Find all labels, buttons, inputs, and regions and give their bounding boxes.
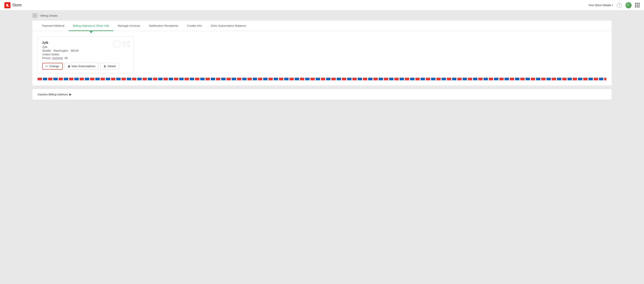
trash-icon: 🗑 (104, 65, 106, 68)
app-header: Store Your Store Details ▾ ? (0, 0, 644, 11)
store-details-label: Your Store Details (588, 4, 611, 7)
address-decorative-icons: MAIL (112, 40, 130, 48)
app-title: Store (12, 3, 22, 8)
tab-notification-recipients[interactable]: Notification Recipients (144, 21, 182, 31)
calendar-icon: ▦ (68, 65, 70, 68)
billing-card: Payment Method Billing Address & Other I… (32, 21, 612, 86)
svg-line-5 (127, 45, 129, 47)
airmail-border (38, 78, 606, 80)
svg-line-4 (123, 45, 124, 47)
inactive-billing-address-label: Inactive Billing Address (38, 93, 68, 96)
breadcrumb-home-button[interactable]: ⌂ (32, 13, 37, 18)
tab-billing-address[interactable]: Billing Address & Other Info (69, 21, 114, 31)
breadcrumb-current: Billing Details (40, 14, 58, 17)
mail-icon (122, 40, 130, 48)
tab-payment-method[interactable]: Payment Method (38, 21, 69, 31)
tab-credits-info[interactable]: Credits Info (182, 21, 206, 31)
change-button[interactable]: ✏ Change (42, 63, 63, 70)
svg-rect-7 (128, 41, 130, 42)
breadcrumb-separator: / (38, 14, 39, 17)
tab-manage-invoices[interactable]: Manage Invoices (114, 21, 144, 31)
address-actions: ✏ Change ▦ View Subscriptions 🗑 Delete (42, 63, 129, 70)
address-phone: Phone: 66 (42, 57, 129, 60)
breadcrumb: ⌂ / Billing Details (0, 11, 644, 21)
expand-arrow-icon: ▶ (69, 93, 72, 96)
inactive-billing-address-section[interactable]: Inactive Billing Address ▶ (32, 89, 612, 100)
phone-blur (52, 57, 63, 60)
avatar[interactable] (626, 2, 632, 8)
tab-bar: Payment Method Billing Address & Other I… (32, 21, 612, 31)
address-city-state-zip: Seattle Washington 98109 (42, 49, 129, 52)
tab-content-billing-address: MAIL (32, 31, 612, 86)
tab-active-indicator (90, 31, 93, 33)
apps-icon[interactable] (635, 3, 640, 8)
main-content: Payment Method Billing Address & Other I… (0, 21, 644, 108)
apps-grid-icon (635, 3, 640, 8)
stamp-icon: MAIL (112, 40, 121, 48)
store-details-button[interactable]: Your Store Details ▾ (588, 4, 613, 7)
help-icon[interactable]: ? (617, 3, 622, 8)
address-card: MAIL (38, 36, 134, 73)
pencil-icon: ✏ (46, 65, 48, 68)
view-subscriptions-button[interactable]: ▦ View Subscriptions (64, 63, 99, 70)
header-right: Your Store Details ▾ ? (588, 2, 640, 8)
address-country: United States (42, 53, 129, 56)
delete-button[interactable]: 🗑 Delete (100, 63, 119, 70)
svg-text:MAIL: MAIL (116, 44, 118, 45)
avatar-image (626, 2, 632, 8)
tab-zoho-subscription-balance[interactable]: Zoho Subscription Balance (206, 21, 250, 31)
home-icon: ⌂ (34, 14, 36, 17)
header-left: Store (4, 2, 22, 8)
chevron-down-icon: ▾ (612, 4, 613, 6)
zoho-logo-icon (4, 2, 10, 8)
